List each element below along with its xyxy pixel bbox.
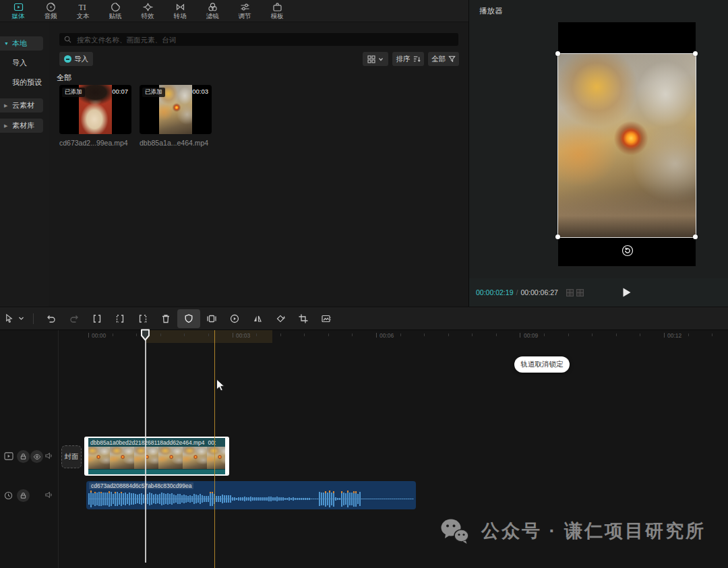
resize-handle-top-right[interactable] (693, 51, 698, 56)
select-tool-chevron-icon[interactable] (15, 309, 27, 328)
svg-text:TI: TI (78, 3, 86, 12)
rotate-handle-icon[interactable] (621, 245, 634, 257)
ruler-label: 00:03 (236, 332, 250, 339)
media-icon (13, 2, 24, 12)
speed-button[interactable] (223, 309, 246, 328)
filter-button-label: 全部 (431, 55, 446, 64)
sidebar-item-local-label: 本地 (12, 38, 27, 49)
split-button[interactable] (86, 309, 109, 328)
audio-waveform (88, 490, 414, 508)
mask-tool-button[interactable] (177, 309, 200, 328)
tab-transition[interactable]: 转场 (164, 0, 196, 22)
sort-button-label: 排序 (396, 55, 411, 64)
wechat-icon (439, 517, 471, 544)
ruler-label: 00:06 (380, 332, 394, 339)
freeze-frame-button[interactable] (200, 309, 223, 328)
media-panel: 导入 排序 全部 全部 已添加 00:07 cd673ad2...99ea.mp… (49, 22, 468, 307)
video-clip[interactable]: dbb85a1a0bed2d218268118add62e464.mp4 00: (84, 437, 229, 476)
section-title: 全部 (57, 73, 71, 83)
timeline-divider (58, 330, 59, 568)
sidebar-item-library[interactable]: ▶ 素材库 (0, 119, 43, 133)
sidebar-item-import[interactable]: 导入 (0, 56, 27, 70)
ruler-label: 00:09 (524, 332, 538, 339)
import-button[interactable]: 导入 (59, 52, 93, 66)
total-time: 00:00:06:27 (520, 288, 557, 296)
tab-adjust-label: 调节 (239, 13, 251, 20)
toolbar-divider (33, 313, 34, 324)
filter-circles-icon (208, 2, 218, 12)
audio-icon (46, 2, 56, 12)
tab-sticker[interactable]: 贴纸 (99, 0, 131, 22)
playhead-line[interactable] (145, 340, 146, 563)
sidebar-item-library-label: 素材库 (12, 121, 34, 131)
filter-button[interactable]: 全部 (428, 52, 459, 66)
tab-adjust[interactable]: 调节 (229, 0, 261, 22)
chevron-down-icon (378, 57, 384, 62)
sidebar-item-presets[interactable]: 我的预设 (0, 75, 42, 90)
media-card-thumbnail: 已添加 00:03 (140, 85, 212, 134)
toggle-visibility-button[interactable] (30, 450, 43, 463)
tab-template[interactable]: 模板 (261, 0, 293, 22)
time-separator: / (516, 288, 518, 296)
sidebar-item-cloud-label: 云素材 (12, 100, 34, 111)
media-card-dragon[interactable]: 已添加 00:03 dbb85a1a...e464.mp4 (140, 85, 212, 147)
tab-transition-label: 转场 (174, 13, 187, 20)
tab-audio[interactable]: 音频 (34, 0, 67, 22)
redo-button[interactable] (63, 309, 86, 328)
mirror-button[interactable] (246, 309, 269, 328)
select-tool-button[interactable] (3, 309, 15, 328)
video-clip-thumbnails (86, 447, 228, 469)
resize-handle-bottom-right[interactable] (693, 234, 698, 239)
mute-track-icon[interactable] (44, 491, 53, 499)
cover-button[interactable]: 封面 (61, 445, 82, 468)
playhead-handle[interactable] (140, 329, 150, 342)
mute-track-icon[interactable] (44, 451, 53, 460)
caret-right-icon: ▶ (4, 103, 9, 108)
play-button[interactable] (623, 288, 631, 297)
tab-media[interactable]: 媒体 (2, 0, 34, 22)
tab-effects-label: 特效 (142, 13, 154, 20)
frame-grid-icons (566, 289, 584, 296)
lock-track-button[interactable] (17, 489, 30, 502)
tab-template-label: 模板 (271, 13, 284, 20)
resize-handle-bottom-left[interactable] (555, 234, 560, 239)
rotate-button[interactable] (269, 309, 292, 328)
tab-effects[interactable]: 特效 (131, 0, 164, 22)
sidebar-item-local[interactable]: ▼ 本地 (0, 36, 43, 51)
search-input[interactable] (59, 33, 458, 46)
ruler-label: 00:00 (92, 332, 106, 339)
media-card-woman[interactable]: 已添加 00:07 cd673ad2...99ea.mp4 (59, 85, 131, 147)
current-time: 00:00:02:19 (476, 288, 513, 296)
timeline-ruler[interactable]: 00:00 00:03 00:06 00:09 00:12 (58, 330, 728, 344)
track-unlock-tooltip[interactable]: 轨道取消锁定 (514, 356, 570, 373)
resize-handle-top-left[interactable] (555, 51, 560, 56)
audio-clip[interactable]: cd673ad208884d6c57ab48c830cd99ea (86, 481, 416, 509)
sidebar-item-cloud[interactable]: ▶ 云素材 (0, 98, 43, 113)
effects-star-icon (143, 2, 153, 12)
video-clip-titlebar: dbb85a1a0bed2d218268118add62e464.mp4 00: (86, 438, 228, 447)
delete-right-button[interactable] (131, 309, 154, 328)
video-clip-filename: dbb85a1a0bed2d218268118add62e464.mp4 (90, 439, 205, 446)
matting-button[interactable] (315, 309, 338, 328)
tab-filter-label: 滤镜 (206, 13, 219, 20)
player-panel: 播放器 00:00:02:19/00:00:06:27 (468, 0, 728, 307)
crop-button[interactable] (292, 309, 315, 328)
tab-filter[interactable]: 滤镜 (196, 0, 229, 22)
delete-button[interactable] (154, 309, 177, 328)
sidebar-item-import-label: 导入 (12, 58, 27, 68)
sort-button[interactable]: 排序 (392, 52, 424, 66)
undo-button[interactable] (40, 309, 63, 328)
grid-view-icon (367, 55, 375, 63)
audio-track-icon (4, 491, 13, 500)
timecode: 00:00:02:19/00:00:06:27 (476, 288, 558, 296)
duration-label: 00:07 (112, 88, 128, 95)
media-card-filename: cd673ad2...99ea.mp4 (59, 139, 131, 147)
lock-track-button[interactable] (17, 450, 30, 463)
preview-frame-dragon[interactable] (558, 54, 696, 237)
media-card-filename: dbb85a1a...e464.mp4 (140, 139, 212, 147)
caret-down-icon: ▼ (4, 41, 9, 46)
view-mode-button[interactable] (363, 52, 388, 66)
delete-left-button[interactable] (109, 309, 131, 328)
tab-sticker-label: 贴纸 (109, 13, 122, 20)
tab-text[interactable]: TI 文本 (67, 0, 99, 22)
